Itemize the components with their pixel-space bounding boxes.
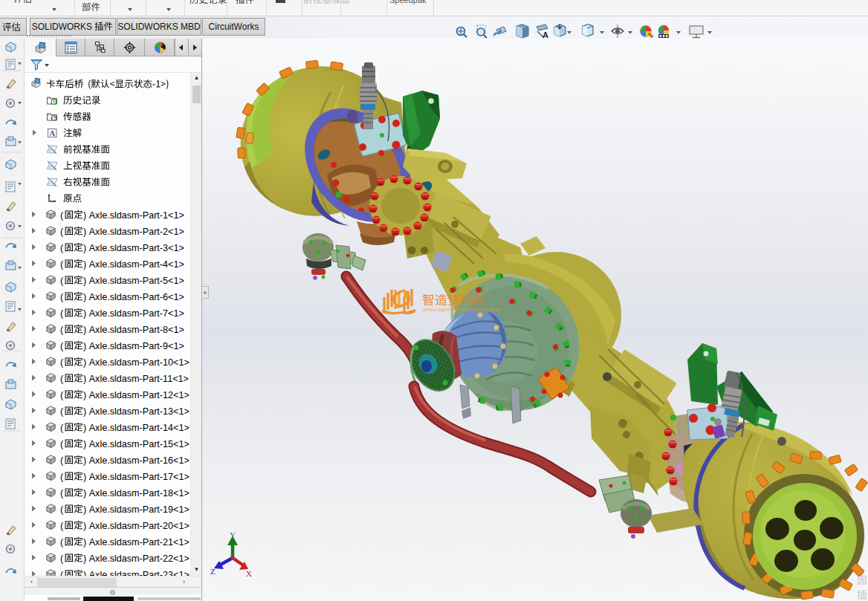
svg-text:) Axle.sldasm-Part-8<1>: ) Axle.sldasm-Part-8<1> (83, 325, 184, 335)
svg-text:) Axle.sldasm-Part-13<1>: ) Axle.sldasm-Part-13<1> (83, 406, 190, 417)
svg-text:(: ( (60, 423, 64, 433)
svg-text:(: ( (60, 292, 64, 302)
svg-text:) Axle.sldasm-Part-16<1>: ) Axle.sldasm-Part-16<1> (83, 455, 190, 466)
svg-text:(: ( (60, 357, 64, 368)
svg-text:(: ( (60, 488, 64, 498)
svg-text:(: ( (60, 210, 64, 221)
svg-text:) Axle.sldasm-Part-7<1>: ) Axle.sldasm-Part-7<1> (83, 308, 184, 319)
svg-text:) Axle.sldasm-Part-4<1>: ) Axle.sldasm-Part-4<1> (83, 259, 184, 270)
svg-text:) Axle.sldasm-Part-19<1>: ) Axle.sldasm-Part-19<1> (83, 504, 190, 515)
svg-text:(: ( (60, 504, 64, 515)
svg-text:(: ( (60, 308, 64, 319)
svg-text:A: A (542, 30, 548, 39)
svg-text:) Axle.sldasm-Part-12<1>: ) Axle.sldasm-Part-12<1> (83, 390, 190, 400)
svg-text:INTELLIGENT MANUFACTURING DATA: INTELLIGENT MANUFACTURING DATA (423, 308, 500, 312)
svg-text:X: X (246, 569, 252, 578)
svg-text:(: ( (60, 341, 64, 351)
svg-text:(: ( (60, 406, 64, 417)
svg-text:) Axle.sldasm-Part-17<1>: ) Axle.sldasm-Part-17<1> (83, 472, 190, 482)
svg-text:(: ( (60, 455, 64, 466)
svg-text:(: ( (60, 472, 64, 482)
svg-text:) Axle.sldasm-Part-1<1>: ) Axle.sldasm-Part-1<1> (83, 210, 184, 221)
svg-text:) Axle.sldasm-Part-18<1>: ) Axle.sldasm-Part-18<1> (83, 488, 190, 498)
svg-text:(: ( (60, 243, 64, 253)
svg-text:) Axle.sldasm-Part-15<1>: ) Axle.sldasm-Part-15<1> (83, 439, 190, 449)
svg-text:Speedpak: Speedpak (389, 0, 427, 4)
svg-text:) Axle.sldasm-Part-21<1>: ) Axle.sldasm-Part-21<1> (83, 537, 190, 548)
svg-text:(: ( (60, 374, 64, 384)
svg-text:(: ( (60, 390, 64, 400)
svg-text:(: ( (60, 537, 64, 548)
svg-text:) Axle.sldasm-Part-14<1>: ) Axle.sldasm-Part-14<1> (83, 423, 190, 433)
svg-text:(: ( (60, 227, 64, 237)
svg-text:(: ( (60, 439, 64, 449)
svg-text:) Axle.sldasm-Part-6<1>: ) Axle.sldasm-Part-6<1> (83, 292, 184, 302)
svg-text:(: ( (60, 259, 64, 270)
svg-text:(: ( (60, 276, 64, 286)
svg-text:(: ( (60, 570, 64, 576)
svg-text:(: ( (60, 325, 64, 335)
svg-text:) Axle.sldasm-Part-5<1>: ) Axle.sldasm-Part-5<1> (83, 276, 184, 286)
svg-text:) Axle.sldasm-Part-20<1>: ) Axle.sldasm-Part-20<1> (83, 521, 190, 531)
svg-text:) Axle.sldasm-Part-3<1>: ) Axle.sldasm-Part-3<1> (83, 243, 184, 253)
svg-text:Z: Z (210, 567, 216, 576)
svg-text:) Axle.sldasm-Part-22<1>: ) Axle.sldasm-Part-22<1> (83, 553, 190, 564)
svg-text:(: ( (60, 521, 64, 531)
svg-text:) Axle.sldasm-Part-2<1>: ) Axle.sldasm-Part-2<1> (83, 227, 184, 237)
svg-text:) Axle.sldasm-Part-9<1>: ) Axle.sldasm-Part-9<1> (83, 341, 184, 351)
svg-text:) Axle.sldasm-Part-10<1>: ) Axle.sldasm-Part-10<1> (83, 357, 190, 368)
svg-text:(: ( (60, 553, 64, 564)
svg-text:) Axle.sldasm-Part-23<1>: ) Axle.sldasm-Part-23<1> (83, 570, 190, 576)
svg-text:Y: Y (230, 530, 236, 539)
svg-text:) Axle.sldasm-Part-11<1>: ) Axle.sldasm-Part-11<1> (83, 374, 189, 384)
